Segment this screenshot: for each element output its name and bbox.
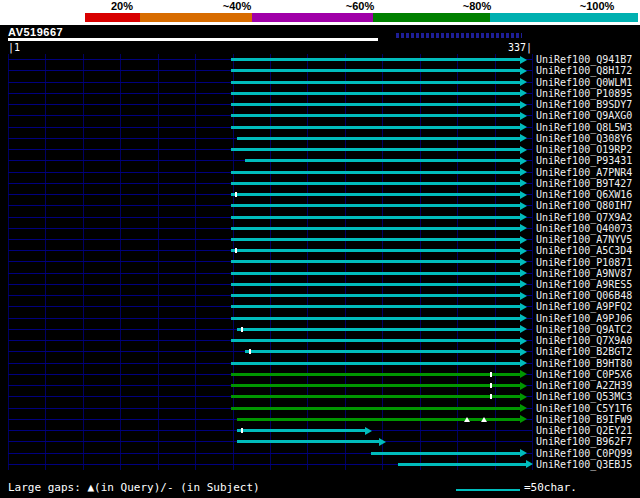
hit-label[interactable]: UniRef100_C0P5X6	[536, 369, 632, 380]
hit-label[interactable]: UniRef100_B2BGT2	[536, 346, 632, 357]
hit-label[interactable]: UniRef100_Q308Y6	[536, 133, 632, 144]
hit-label[interactable]: UniRef100_B9T427	[536, 178, 632, 189]
hsp-bar[interactable]	[231, 384, 520, 387]
hit-label[interactable]: UniRef100_Q9AXG0	[536, 110, 632, 121]
hsp-bar[interactable]	[237, 328, 519, 331]
key-label-60: ~60%	[346, 0, 374, 12]
hit-label[interactable]: UniRef100_C5Y1T6	[536, 403, 632, 414]
key-segment-100	[490, 13, 638, 22]
hsp-bar[interactable]	[231, 126, 520, 129]
alignment-lane	[0, 380, 532, 391]
hsp-bar[interactable]	[245, 350, 519, 353]
hit-label[interactable]: UniRef100_B962F7	[536, 436, 632, 447]
hsp-bar[interactable]	[231, 182, 520, 185]
arrowhead-icon	[520, 303, 527, 311]
alignment-lane	[0, 279, 532, 290]
hit-label[interactable]: UniRef100_P93431	[536, 155, 632, 166]
alignment-lane	[0, 211, 532, 222]
hsp-bar[interactable]	[231, 272, 520, 275]
hsp-bar[interactable]	[231, 407, 520, 410]
hit-label[interactable]: UniRef100_Q6XW16	[536, 189, 632, 200]
arrowhead-icon	[520, 314, 527, 322]
hit-label[interactable]: UniRef100_Q7X9A2	[536, 212, 632, 223]
hsp-bar[interactable]	[231, 395, 520, 398]
hit-label[interactable]: UniRef100_Q80IH7	[536, 200, 632, 211]
hit-label[interactable]: UniRef100_A9PJ06	[536, 313, 632, 324]
hit-label[interactable]: UniRef100_A9PFQ2	[536, 301, 632, 312]
hit-label[interactable]: UniRef100_P10871	[536, 257, 632, 268]
hit-label[interactable]: UniRef100_Q8H172	[536, 65, 632, 76]
hit-label[interactable]: UniRef100_Q40073	[536, 223, 632, 234]
hsp-bar[interactable]	[371, 452, 519, 455]
arrowhead-icon	[520, 269, 527, 277]
hsp-bar[interactable]	[231, 260, 520, 263]
hsp-bar[interactable]	[231, 148, 520, 151]
arrowhead-icon	[520, 382, 527, 390]
arrowhead-icon	[520, 123, 527, 131]
hsp-bar[interactable]	[237, 429, 365, 432]
subject-gap-marker-icon	[249, 349, 251, 354]
hsp-bar[interactable]	[231, 216, 520, 219]
hit-label[interactable]: UniRef100_Q53MC3	[536, 391, 632, 402]
hit-label-column: UniRef100_Q941B7UniRef100_Q8H172UniRef10…	[536, 54, 640, 470]
hsp-bar[interactable]	[231, 69, 520, 72]
alignment-lane	[0, 369, 532, 380]
alignment-lane	[0, 425, 532, 436]
hit-label[interactable]: UniRef100_B9IFW9	[536, 414, 632, 425]
hit-label[interactable]: UniRef100_B9HT80	[536, 358, 632, 369]
hit-label[interactable]: UniRef100_A9RES5	[536, 279, 632, 290]
arrowhead-icon	[520, 134, 527, 142]
hit-label[interactable]: UniRef100_A7PNR4	[536, 167, 632, 178]
arrowhead-icon	[520, 67, 527, 75]
hit-label[interactable]: UniRef100_Q0WLM1	[536, 77, 632, 88]
hit-label[interactable]: UniRef100_Q9ATC2	[536, 324, 632, 335]
hsp-bar[interactable]	[231, 362, 520, 365]
hsp-bar[interactable]	[231, 193, 520, 196]
scale-legend: =50char.	[524, 481, 577, 494]
hsp-bar[interactable]	[231, 81, 520, 84]
hit-label[interactable]: UniRef100_P10895	[536, 88, 632, 99]
arrowhead-icon	[520, 236, 527, 244]
hsp-bar[interactable]	[231, 227, 520, 230]
hsp-bar[interactable]	[231, 283, 520, 286]
hit-label[interactable]: UniRef100_Q941B7	[536, 54, 632, 65]
hsp-bar[interactable]	[237, 137, 519, 140]
hsp-bar[interactable]	[231, 249, 520, 252]
hsp-bar[interactable]	[231, 171, 520, 174]
arrowhead-icon	[520, 112, 527, 120]
hit-label[interactable]: UniRef100_Q7X9A0	[536, 335, 632, 346]
hsp-bar[interactable]	[231, 103, 520, 106]
arrowhead-icon	[520, 337, 527, 345]
hsp-bar[interactable]	[231, 339, 520, 342]
hsp-bar[interactable]	[245, 159, 519, 162]
hsp-bar[interactable]	[231, 373, 520, 376]
hit-label[interactable]: UniRef100_A2ZH39	[536, 380, 632, 391]
hit-label[interactable]: UniRef100_C0PQ99	[536, 448, 632, 459]
hsp-bar[interactable]	[231, 317, 520, 320]
hit-label[interactable]: UniRef100_A5C3D4	[536, 245, 632, 256]
alignment-lane	[0, 166, 532, 177]
hsp-bar[interactable]	[231, 204, 520, 207]
hsp-bar[interactable]	[231, 114, 520, 117]
hit-label[interactable]: UniRef100_Q8L5W3	[536, 122, 632, 133]
alignment-lane	[0, 268, 532, 279]
hsp-bar[interactable]	[237, 440, 379, 443]
hit-label[interactable]: UniRef100_Q3EBJ5	[536, 459, 632, 470]
hit-label[interactable]: UniRef100_A7NYV5	[536, 234, 632, 245]
hsp-bar[interactable]	[231, 92, 520, 95]
hsp-bar[interactable]	[398, 463, 526, 466]
alignment-lane	[0, 414, 532, 425]
key-label-40: ~40%	[223, 0, 251, 12]
arrowhead-icon	[520, 292, 527, 300]
hsp-bar[interactable]	[237, 418, 519, 421]
arrowhead-icon	[520, 213, 527, 221]
hit-label[interactable]: UniRef100_A9NV87	[536, 268, 632, 279]
hsp-bar[interactable]	[231, 58, 520, 61]
hit-label[interactable]: UniRef100_O19RP2	[536, 144, 632, 155]
hit-label[interactable]: UniRef100_B9SDY7	[536, 99, 632, 110]
hsp-bar[interactable]	[231, 294, 520, 297]
hit-label[interactable]: UniRef100_Q2EY21	[536, 425, 632, 436]
hsp-bar[interactable]	[231, 238, 520, 241]
hsp-bar[interactable]	[231, 305, 520, 308]
hit-label[interactable]: UniRef100_Q06B48	[536, 290, 632, 301]
